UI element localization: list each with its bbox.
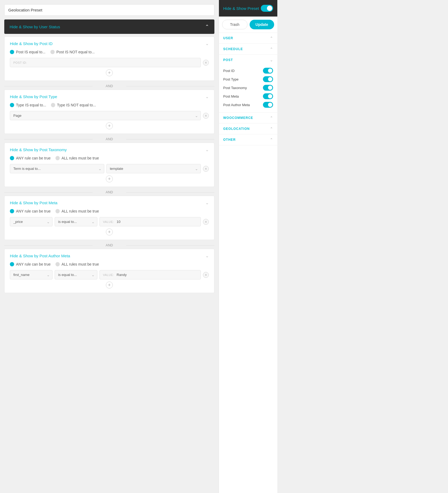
sidebar-section-geolocation-header[interactable]: GEOLOCATION ⌃ [219,123,277,134]
post-id-header: Hide & Show by Post ID ⌄ [10,41,209,46]
sidebar-title: Hide & Show Preset [223,6,259,11]
post-taxonomy-title: Hide & Show by Post Taxonomy [10,147,67,152]
post-type-select-wrapper: Page Post ⌄ [10,111,201,120]
post-author-meta-value-input[interactable] [117,273,197,277]
post-author-meta-key-wrapper: first_name ⌄ [10,270,53,279]
post-taxonomy-any-option[interactable]: ANY rule can be true [10,156,51,160]
post-taxonomy-header: Hide & Show by Post Taxonomy ⌄ [10,147,209,152]
post-id-clear-btn[interactable]: × [203,60,209,66]
post-meta-key-wrapper: _price ⌄ [10,217,53,226]
post-id-label: POST ID: [13,61,27,64]
sidebar-section-schedule: SCHEDULE ⌃ [219,44,277,55]
post-taxonomy-add-btn[interactable]: + [106,175,113,182]
post-author-meta-input-row: first_name ⌄ is equal to... ⌄ VALUE: × [10,270,209,279]
post-id-field[interactable] [29,61,197,65]
post-id-notequal-option[interactable]: Post IS NOT equal to... [50,50,95,54]
sidebar-item-post-type-toggle[interactable] [263,76,273,82]
post-type-header: Hide & Show by Post Type ⌄ [10,94,209,99]
sidebar-section-woocommerce-header[interactable]: WOOCOMMERCE ⌃ [219,113,277,123]
sidebar-section-other-header[interactable]: OTHER ⌃ [219,134,277,145]
main-area: Hide & Show by User Status ⌃ Hide & Show… [0,0,219,493]
post-id-equal-option[interactable]: Post IS equal to... [10,50,46,54]
post-id-chevron[interactable]: ⌄ [205,41,209,46]
post-meta-value-input[interactable] [117,220,197,224]
post-meta-any-option[interactable]: ANY rule can be true [10,209,51,213]
sidebar-item-post-meta-toggle[interactable] [263,93,273,99]
post-taxonomy-value-select[interactable]: template [106,164,201,173]
sidebar-item-post-type: Post Type [223,75,273,83]
sidebar-item-post-author-meta: Post Author Meta [223,101,273,109]
sidebar-item-post-meta: Post Meta [223,92,273,101]
preset-title-input[interactable] [4,4,214,16]
sidebar-section-other-title: OTHER [223,138,236,142]
post-author-meta-chevron[interactable]: ⌄ [205,253,209,258]
post-taxonomy-clear-btn[interactable]: × [203,166,209,172]
sidebar-section-other: OTHER ⌃ [219,134,277,145]
post-author-meta-header: Hide & Show by Post Author Meta ⌄ [10,253,209,258]
post-taxonomy-value-wrapper: template ⌄ [106,164,201,173]
post-id-equal-dot [10,50,14,54]
post-meta-input-row: _price ⌄ is equal to... ⌄ VALUE: × [10,217,209,226]
post-id-input-wrapper: POST ID: [10,58,201,67]
post-meta-key-select[interactable]: _price [10,217,53,226]
sidebar-preset-toggle[interactable] [261,5,273,12]
post-type-add-btn[interactable]: + [106,122,113,129]
post-meta-header: Hide & Show by Post Meta ⌄ [10,200,209,205]
post-type-block: Hide & Show by Post Type ⌄ Type IS equal… [4,90,214,134]
action-btns: Trash Update [219,17,277,33]
post-author-meta-add-btn[interactable]: + [106,282,113,288]
sidebar-item-post-author-meta-toggle[interactable] [263,102,273,108]
post-meta-all-option[interactable]: ALL rules must be true [55,209,99,213]
user-status-chevron[interactable]: ⌃ [205,24,209,30]
post-author-meta-any-option[interactable]: ANY rule can be true [10,262,51,266]
post-type-select[interactable]: Page Post [10,111,201,120]
post-meta-any-dot [10,209,14,213]
sidebar-item-post-taxonomy: Post Taxonomy [223,83,273,92]
trash-button[interactable]: Trash [222,20,247,29]
sidebar-section-post: POST ⌄ Post ID Post Type Post Taxonomy P… [219,55,277,113]
sidebar-item-post-type-label: Post Type [223,77,239,81]
post-type-chevron[interactable]: ⌄ [205,94,209,99]
post-author-meta-all-option[interactable]: ALL rules must be true [55,262,99,266]
post-taxonomy-term-select[interactable]: Term is equal to... [10,164,104,173]
post-taxonomy-toggle-row: ANY rule can be true ALL rules must be t… [10,156,209,160]
sidebar-section-schedule-header[interactable]: SCHEDULE ⌃ [219,44,277,54]
post-author-meta-key-select[interactable]: first_name [10,270,53,279]
sidebar-section-woocommerce-chevron: ⌃ [270,116,273,120]
post-meta-clear-btn[interactable]: × [203,219,209,225]
post-taxonomy-any-dot [10,156,14,160]
sidebar-section-geolocation: GEOLOCATION ⌃ [219,123,277,134]
post-author-meta-toggle-row: ANY rule can be true ALL rules must be t… [10,262,209,266]
post-type-equal-option[interactable]: Type IS equal to... [10,103,46,107]
post-meta-all-dot [55,209,60,213]
post-taxonomy-all-option[interactable]: ALL rules must be true [55,156,99,160]
sidebar-header: Hide & Show Preset [219,0,277,17]
sidebar-section-user-header[interactable]: USER ⌃ [219,33,277,43]
sidebar-section-post-chevron: ⌄ [270,58,273,62]
post-author-meta-all-dot [55,262,60,266]
sidebar-item-post-taxonomy-toggle[interactable] [263,85,273,91]
post-type-title: Hide & Show by Post Type [10,94,57,99]
sidebar-section-geolocation-chevron: ⌃ [270,127,273,131]
and-divider-3: AND [4,189,214,196]
sidebar-section-user-title: USER [223,36,233,40]
post-type-notequal-option[interactable]: Type IS NOT equal to... [51,103,96,107]
sidebar-item-post-id-label: Post ID [223,69,235,73]
update-button[interactable]: Update [250,20,274,29]
post-type-clear-btn[interactable]: × [203,113,209,119]
sidebar-section-geolocation-title: GEOLOCATION [223,127,250,131]
post-taxonomy-chevron[interactable]: ⌄ [205,147,209,152]
post-author-meta-condition-select[interactable]: is equal to... [55,270,97,279]
post-id-add-btn[interactable]: + [106,69,113,76]
post-meta-condition-wrapper: is equal to... ⌄ [55,217,97,226]
sidebar-section-woocommerce-title: WOOCOMMERCE [223,116,253,120]
post-meta-chevron[interactable]: ⌄ [205,200,209,205]
sidebar-item-post-id-toggle[interactable] [263,68,273,74]
post-type-notequal-dot [51,103,55,107]
post-meta-condition-select[interactable]: is equal to... [55,217,97,226]
post-author-meta-clear-btn[interactable]: × [203,272,209,278]
post-meta-add-btn[interactable]: + [106,229,113,235]
post-meta-value-label: VALUE: [103,220,114,223]
sidebar-item-post-author-meta-label: Post Author Meta [223,103,250,107]
sidebar-section-post-header[interactable]: POST ⌄ [219,55,277,65]
